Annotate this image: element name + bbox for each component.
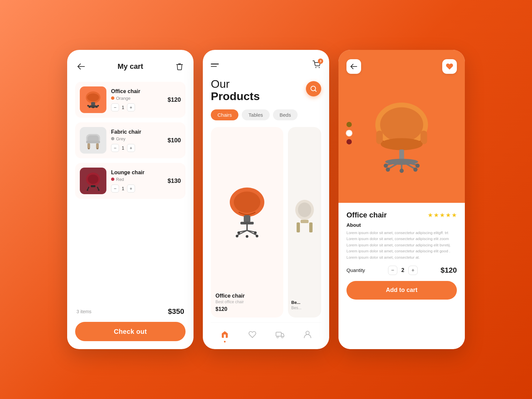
menu-button[interactable] [211,64,219,67]
svg-point-35 [236,235,238,237]
detail-back-button[interactable] [346,59,361,74]
product-subtitle: Best office chair [215,300,279,304]
svg-point-14 [88,148,90,149]
checkout-button[interactable]: Check out [75,322,186,341]
cart-screen: My cart [67,50,194,349]
detail-info: Office chair ★ ★ ★ ★ ★ About Lorem ipsum… [338,203,465,349]
svg-point-5 [92,107,94,108]
cart-icon-button[interactable]: 3 [313,61,321,70]
item-qty-row: − 1 + [111,185,163,193]
item-price: $120 [168,96,181,103]
detail-name-row: Office chair ★ ★ ★ ★ ★ [346,211,457,219]
svg-point-39 [246,235,248,238]
svg-point-53 [381,138,423,150]
cart-item: Fabric chair Grey − 1 + $100 [75,122,186,158]
svg-line-19 [87,187,89,190]
detail-price: $120 [441,266,457,275]
svg-point-8 [97,105,99,107]
detail-favorite-button[interactable] [442,59,457,74]
qty-value: 1 [122,145,124,151]
qty-detail-decrease[interactable]: − [388,266,397,275]
product-name-partial: Be... [291,300,318,305]
add-to-cart-button[interactable]: Add to cart [346,281,457,300]
item-count-label: 3 items [76,309,91,314]
detail-header [346,59,457,74]
search-button[interactable] [306,81,321,96]
svg-rect-44 [309,222,313,232]
color-swatch-brown[interactable] [346,122,352,127]
svg-rect-12 [87,143,90,149]
item-info: Fabric chair Grey − 1 + [111,129,163,152]
item-image-fabric-chair [80,127,106,154]
svg-point-62 [413,168,418,172]
qty-increase-btn[interactable]: + [127,103,135,111]
products-screen: 3 Our Products Chairs Tables Beds [203,50,329,349]
quantity-control: − 2 + [388,266,418,275]
svg-point-21 [87,190,88,191]
qty-value: 1 [122,186,124,191]
svg-line-20 [97,187,99,190]
category-beds[interactable]: Beds [273,109,298,120]
cart-count-badge: 3 [318,59,323,64]
nav-profile[interactable] [301,328,314,341]
item-name: Lounge chair [111,170,163,176]
svg-rect-42 [301,220,309,223]
cart-title: My cart [117,62,143,71]
nav-favorites[interactable] [246,328,259,341]
nav-home[interactable] [218,328,231,341]
about-text: Lorem ipsum dolor sit amet, consectetur … [346,230,457,260]
svg-point-1 [87,93,99,101]
svg-point-47 [281,336,283,338]
item-name: Fabric chair [111,129,163,135]
quantity-label: Quantity [346,267,365,273]
svg-rect-13 [96,143,99,149]
qty-increase-btn[interactable]: + [127,144,135,152]
svg-rect-43 [297,222,300,232]
product-price: $120 [215,306,279,312]
nav-delivery[interactable] [273,328,287,341]
item-color: Red [111,177,163,182]
category-chairs[interactable]: Chairs [211,109,238,120]
svg-rect-45 [276,332,281,336]
item-color: Orange [111,96,163,101]
svg-point-61 [386,168,390,172]
color-dot [111,178,114,181]
svg-point-50 [380,107,423,142]
cart-item: Lounge chair Red − 1 + $130 [75,163,186,199]
products-grid: Office chair Best office chair $120 Be..… [211,127,321,318]
svg-rect-18 [91,185,95,187]
svg-rect-51 [376,131,383,144]
qty-detail-increase[interactable]: + [408,266,418,275]
qty-increase-btn[interactable]: + [127,185,135,193]
rating-stars: ★ ★ ★ ★ ★ [428,211,457,219]
delete-button[interactable] [174,61,186,72]
item-price: $130 [168,178,181,185]
cart-item: Office chair Orange − 1 + $120 [75,82,186,118]
svg-point-6 [96,106,98,108]
star-5: ★ [452,211,457,219]
product-card-office-chair[interactable]: Office chair Best office chair $120 [211,127,283,318]
products-header: 3 [211,61,321,70]
svg-rect-29 [240,222,254,224]
qty-decrease-btn[interactable]: − [111,144,119,152]
detail-screen: Office chair ★ ★ ★ ★ ★ About Lorem ipsum… [338,50,465,349]
back-button[interactable] [75,61,87,72]
qty-decrease-btn[interactable]: − [111,103,119,111]
color-swatch-red[interactable] [346,139,352,144]
svg-point-65 [400,169,404,173]
category-tables[interactable]: Tables [242,109,269,120]
star-1: ★ [428,211,433,219]
svg-point-22 [98,190,100,191]
bottom-nav [211,322,321,349]
product-card-partial[interactable]: Be... Bes... [288,127,321,318]
quantity-price-row: Quantity − 2 + $120 [346,266,457,275]
qty-decrease-btn[interactable]: − [111,185,119,193]
svg-point-23 [316,67,317,68]
star-2: ★ [434,211,439,219]
qty-detail-value: 2 [401,267,404,273]
detail-product-name: Office chair [346,211,387,219]
color-swatch-white[interactable] [346,130,352,136]
qty-value: 1 [122,105,124,110]
svg-rect-11 [86,141,100,143]
svg-point-37 [237,231,240,234]
